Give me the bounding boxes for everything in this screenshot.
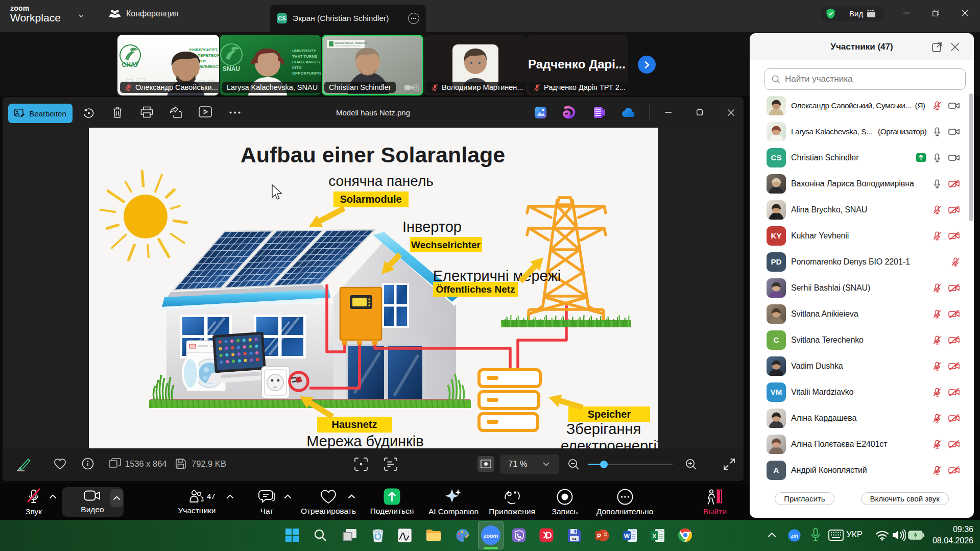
svg-text:University of Applied Sciences: University of Applied Sciences (335, 45, 361, 47)
svg-text:сонячна панель: сонячна панель (328, 173, 434, 189)
svg-text:Зберігання: Зберігання (566, 421, 641, 437)
svg-text:MONHOLTERHAN - TRIESDORF: MONHOLTERHAN - TRIESDORF (335, 42, 368, 44)
svg-text:THAT TURNS: THAT TURNS (292, 54, 317, 59)
svg-text:Мережа будинків: Мережа будинків (306, 433, 423, 448)
svg-text:SNAU: SNAU (223, 65, 240, 73)
svg-text:OPPORTUNITIES!: OPPORTUNITIES! (292, 71, 321, 76)
svg-text:Öffentliches Netz: Öffentliches Netz (436, 284, 515, 295)
svg-text:Електричні мережі: Електричні мережі (433, 268, 561, 284)
svg-text:P: P (597, 533, 601, 540)
svg-text:zoom: zoom (484, 533, 498, 539)
svg-text:Інвертор: Інвертор (402, 219, 462, 235)
svg-text:УНІВЕРСИТЕТ,: УНІВЕРСИТЕТ, (189, 47, 218, 52)
svg-text:Wechselrichter: Wechselrichter (411, 239, 481, 250)
svg-text:64: 64 (572, 537, 576, 540)
svg-text:UNIVERSITY: UNIVERSITY (292, 49, 317, 53)
svg-text:Aufbau einer Solaranlage: Aufbau einer Solaranlage (241, 142, 506, 167)
svg-text:X: X (653, 533, 657, 539)
svg-text:СНАУ: СНАУ (122, 61, 139, 68)
svg-text:zm: zm (791, 533, 798, 538)
svg-text:Solarmodule: Solarmodule (340, 194, 401, 205)
svg-text:W: W (624, 533, 630, 540)
svg-text:Hausnetz: Hausnetz (332, 419, 377, 430)
svg-text:CHALLANGES: CHALLANGES (292, 60, 320, 64)
svg-text:електроенергії: електроенергії (561, 438, 658, 448)
svg-text:Speicher: Speicher (588, 409, 631, 420)
svg-text:INTO: INTO (292, 65, 301, 70)
